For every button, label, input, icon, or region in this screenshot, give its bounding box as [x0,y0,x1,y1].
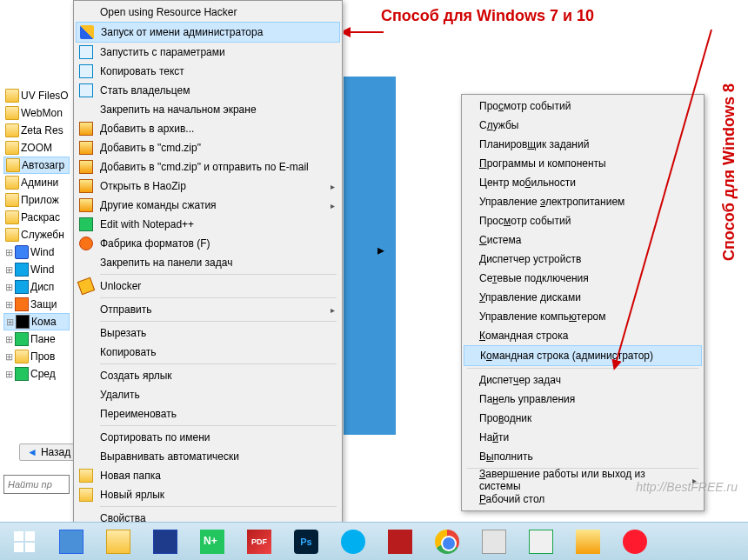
menu-item[interactable]: Закрепить на начальном экране [76,100,340,119]
winx-menu-item[interactable]: Выполнить [464,447,702,466]
sidebar-item[interactable]: ⊞Пане [3,330,70,348]
menu-item[interactable]: Стать владельцем [76,81,340,100]
taskbar-calculator[interactable] [50,526,92,557]
menu-item[interactable]: Открыть в HaoZip▸ [76,177,340,196]
search-input[interactable] [3,475,70,494]
menu-item[interactable]: Unlocker [76,277,340,296]
menu-item[interactable]: Новая папка [76,466,340,485]
sidebar-item[interactable]: Автозагр [3,157,70,174]
sidebar-item[interactable]: WebMon [3,104,70,122]
sidebar-item[interactable]: Прилож [3,191,70,209]
menu-item[interactable]: Фабрика форматов (F) [76,234,340,253]
sidebar-item[interactable]: Раскрас [3,209,70,226]
taskbar-tc[interactable] [567,526,609,557]
tree-expand-icon[interactable]: ⊞ [6,317,14,328]
winx-menu-item[interactable]: Найти [464,428,702,447]
menu-item[interactable]: Переименовать [76,404,340,423]
menu-item[interactable]: Закрепить на панели задач [76,253,340,272]
winx-menu-item[interactable]: Проводник [464,409,702,428]
menu-item-label: Программы и компоненты [479,157,606,170]
taskbar-opera[interactable] [614,526,656,557]
taskbar-notepad[interactable] [191,526,233,557]
menu-item-label: Добавить в архив... [100,123,194,135]
winx-menu-item[interactable]: Просмотр событий [464,97,702,116]
taskbar-pdf[interactable]: PDF [238,526,280,557]
start-button[interactable] [3,526,45,557]
winx-menu-item[interactable]: Управление электропитанием [464,192,702,211]
tree-expand-icon[interactable]: ⊞ [5,247,13,258]
tree-expand-icon[interactable]: ⊞ [5,299,13,310]
sidebar-item[interactable]: ⊞Wind [3,243,70,261]
winx-menu-item[interactable]: Программы и компоненты [464,154,702,173]
winx-menu-item[interactable]: Просмотр событий [464,211,702,230]
back-button[interactable]: ◄ Назад [19,443,78,461]
menu-item[interactable]: Edit with Notepad++ [76,215,340,234]
winx-menu-item[interactable]: Управление дисками [464,288,702,307]
winx-menu-item[interactable]: Командная строка [464,326,702,345]
taskbar-app[interactable] [379,526,421,557]
menu-item-label: Edit with Notepad++ [100,218,194,230]
menu-item[interactable]: Запустить с параметрами [76,43,340,62]
sidebar-item[interactable]: ⊞Сред [3,365,70,383]
folder-icon [5,106,19,120]
annotation-top: Способ для Windows 7 и 10 [381,7,594,25]
sidebar-item[interactable]: ⊞Защи [3,296,70,313]
archive-icon [79,179,93,193]
tree-expand-icon[interactable]: ⊞ [5,334,13,345]
menu-item[interactable]: Другие команды сжатия▸ [76,196,340,215]
menu-item-label: Система [479,234,521,246]
menu-item-label: Фабрика форматов (F) [100,237,210,250]
menu-item[interactable]: Выравнивать автоматически [76,447,340,466]
tree-expand-icon[interactable]: ⊞ [5,282,13,293]
taskbar-save[interactable] [144,526,186,557]
sidebar-item[interactable]: Zeta Res [3,122,70,139]
taskbar-skype[interactable] [332,526,374,557]
taskbar-monitor[interactable] [520,526,562,557]
menu-item-label: Open using Resource Hacker [100,6,237,18]
winx-menu-item[interactable]: Система [464,230,702,250]
winx-menu-item[interactable]: Панель управления [464,390,702,409]
menu-item[interactable]: Добавить в архив... [76,119,340,138]
menu-item[interactable]: Отправить▸ [76,300,340,319]
winx-menu-item[interactable]: Планировщик заданий [464,135,702,154]
mosaic-icon [388,530,412,554]
winx-menu-item[interactable]: Центр мобильности [464,173,702,192]
sidebar-item[interactable]: ⊞Wind [3,261,70,278]
winx-menu-item[interactable]: Диспетчер устройств [464,250,702,269]
tree-expand-icon[interactable]: ⊞ [5,264,13,276]
menu-item[interactable]: Копировать [76,343,340,362]
annotation-right: Способ для Windows 8 [720,83,738,261]
menu-item[interactable]: Open using Resource Hacker [76,3,340,22]
winx-menu-item[interactable]: Службы [464,116,702,135]
menu-item[interactable]: Сортировать по имени [76,428,340,447]
sidebar-item[interactable]: ⊞Пров [3,348,70,365]
menu-item[interactable]: Копировать текст [76,62,340,81]
taskbar-text[interactable] [473,526,515,557]
menu-item[interactable]: Новый ярлык [76,485,340,504]
menu-item-label: Сортировать по имени [100,431,210,443]
doc-icon [79,64,93,78]
menu-item[interactable]: Запуск от имени администратора [76,22,340,43]
winx-menu-item[interactable]: Сетевые подключения [464,269,702,288]
taskbar-explorer[interactable] [97,526,139,557]
archive-icon [79,122,93,136]
sidebar-item[interactable]: ⊞Кома [3,313,70,330]
sidebar-item[interactable]: UV FilesO [3,87,70,104]
menu-item[interactable]: Вырезать [76,323,340,343]
sidebar-item[interactable]: ZOOM [3,139,70,157]
tree-expand-icon[interactable]: ⊞ [5,369,13,380]
menu-item[interactable]: Удалить [76,385,340,404]
winx-menu-item[interactable]: Управление компьютером [464,307,702,326]
winx-menu-item[interactable]: Командная строка (администратор) [464,345,702,366]
sidebar-item[interactable]: Админи [3,174,70,191]
sidebar-item[interactable]: Служебн [3,226,70,243]
winx-menu-item[interactable]: Диспетчер задач [464,370,702,390]
menu-item[interactable]: Создать ярлык [76,366,340,385]
taskbar-chrome[interactable] [426,526,468,557]
menu-item[interactable]: Добавить в "cmd.zip" и отправить по E-ma… [76,157,340,177]
taskbar-photoshop[interactable]: Ps [285,526,327,557]
sidebar-item[interactable]: ⊞Дисп [3,278,70,296]
tree-expand-icon[interactable]: ⊞ [5,351,13,363]
menu-item[interactable]: Добавить в "cmd.zip" [76,138,340,157]
taskbar: PDF Ps [0,522,748,560]
